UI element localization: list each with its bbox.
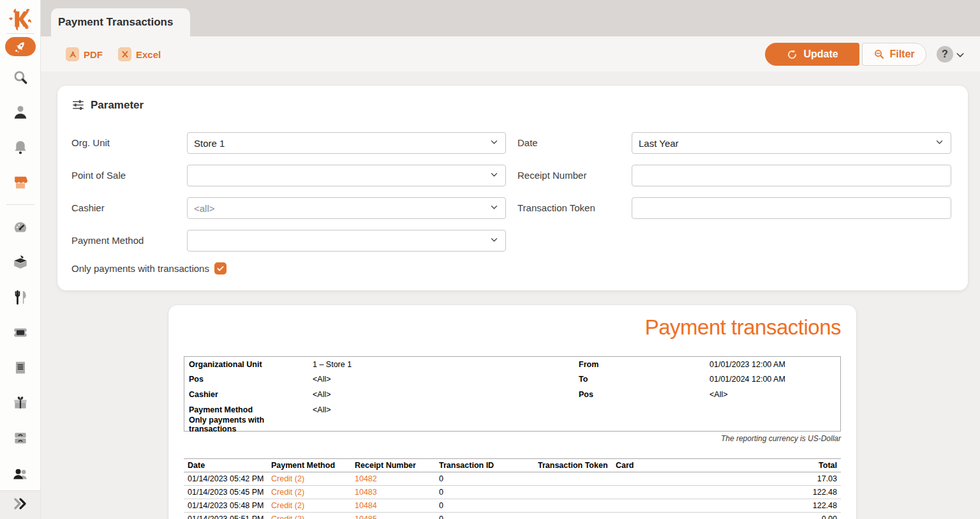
transaction-token-input[interactable] [639,203,944,214]
summary-value: <All> [313,405,331,414]
drawer-icon [12,430,29,449]
col-transaction-id: Transaction ID [439,461,538,470]
cashier-select[interactable]: <all> [187,197,506,219]
only-payments-checkbox[interactable] [214,262,226,275]
app-window: Payment Transactions PDF Excel Update Fi… [0,0,980,519]
summary-left-column: Organizational Unit 1 – Store 1 Pos <All… [189,357,565,432]
summary-label: Only payments with transactions [189,416,313,433]
sidebar-item-rocket[interactable] [5,37,36,56]
cell-date: 01/14/2023 05:45 PM [184,488,271,497]
help-icon[interactable]: ? [937,46,953,63]
summary-row: Payment Method <All> [189,402,565,417]
cashier-value: <all> [194,203,215,214]
col-total: Total [768,461,841,470]
table-header-row: Date Payment Method Receipt Number Trans… [184,458,841,472]
receipt-number-input[interactable] [639,170,944,181]
payment-method-link[interactable]: Credit (2) [271,488,355,497]
refresh-icon [786,49,798,61]
parameter-panel: Parameter Org. Unit Store 1 Point of Sal… [57,86,968,290]
parameter-title: Parameter [91,99,144,112]
receipt-number-link[interactable]: 10484 [355,501,439,510]
summary-row: Pos <All> [189,372,565,387]
export-excel-button[interactable]: Excel [118,46,161,63]
sidebar-expand-button[interactable] [0,490,40,519]
receipt-number-link[interactable]: 10483 [355,488,439,497]
sidebar-divider [6,204,34,205]
sidebar-item-store[interactable] [11,175,29,193]
summary-value: 01/01/2023 12:00 AM [709,360,785,369]
cell-total: 0.00 [768,515,841,519]
zoom-out-icon [873,49,885,60]
export-pdf-button[interactable]: PDF [66,46,103,63]
summary-label: Cashier [189,390,313,399]
chevron-down-icon [489,235,499,246]
receipt-number-link[interactable]: 10485 [355,515,439,519]
table-row: 01/14/2023 05:42 PM Credit (2) 10482 0 1… [184,472,841,486]
summary-label: Payment Method [189,405,313,414]
excel-icon [118,47,131,61]
point-of-sale-select[interactable] [187,165,506,186]
payment-method-select[interactable] [187,230,506,252]
org-unit-label: Org. Unit [71,132,110,154]
date-select[interactable]: Last Year [632,132,951,154]
summary-row: Cashier <All> [189,387,565,402]
org-unit-select[interactable]: Store 1 [187,132,506,154]
receipt-number-input-wrap [632,165,951,186]
tab-title: Payment Transactions [58,16,173,29]
summary-row: Organizational Unit 1 – Store 1 [189,357,565,372]
org-unit-value: Store 1 [194,138,225,149]
point-of-sale-label: Point of Sale [71,165,126,186]
store-icon [12,174,29,193]
update-button[interactable]: Update [765,43,859,66]
table-body: 01/14/2023 05:42 PM Credit (2) 10482 0 1… [184,472,841,519]
sidebar-item-food[interactable] [11,290,29,308]
date-label: Date [517,132,538,154]
sidebar-item-dashboard[interactable] [11,220,29,237]
payment-method-link[interactable]: Credit (2) [271,474,355,483]
sidebar-item-customers[interactable] [11,467,29,485]
filter-button[interactable]: Filter [862,43,926,66]
col-payment-method: Payment Method [271,461,355,470]
sidebar-item-ticket[interactable] [11,325,29,343]
summary-row: From 01/01/2023 12:00 AM [579,357,834,372]
excel-label: Excel [136,49,161,60]
rocket-icon [13,40,27,54]
sidebar [0,0,41,519]
col-receipt-number: Receipt Number [355,461,439,470]
cell-transaction-id: 0 [439,515,538,519]
gift-icon [12,395,29,414]
sidebar-item-gift[interactable] [11,395,29,413]
cell-date: 01/14/2023 05:42 PM [184,474,271,483]
sidebar-divider [6,33,34,34]
only-payments-row: Only payments with transactions [71,262,226,275]
summary-value: 1 – Store 1 [313,360,352,369]
sidebar-item-notifications[interactable] [11,140,29,158]
receipt-number-link[interactable]: 10482 [355,474,439,483]
sidebar-item-receipt[interactable] [11,360,29,378]
report-summary-box: Organizational Unit 1 – Store 1 Pos <All… [184,356,841,432]
cell-transaction-id: 0 [439,474,538,483]
sidebar-item-cash-drawer[interactable] [11,430,29,448]
summary-right-column: From 01/01/2023 12:00 AM To 01/01/2024 1… [579,357,834,402]
update-label: Update [803,49,838,60]
summary-value: 01/01/2024 12:00 AM [709,375,785,384]
chevron-down-icon[interactable] [955,50,965,60]
payment-method-link[interactable]: Credit (2) [271,515,355,519]
summary-row: Pos <All> [579,387,834,402]
pdf-icon [66,47,79,61]
app-logo[interactable] [6,5,34,33]
summary-label: Pos [189,375,313,384]
sidebar-item-inventory[interactable] [11,255,29,273]
transaction-token-input-wrap [632,197,951,219]
sidebar-item-user[interactable] [11,105,29,123]
payment-method-link[interactable]: Credit (2) [271,501,355,510]
cell-date: 01/14/2023 05:48 PM [184,501,271,510]
sliders-icon [71,98,85,112]
tab-payment-transactions[interactable]: Payment Transactions [51,8,190,36]
summary-label: Pos [579,390,709,399]
summary-value: <All> [313,390,331,399]
col-transaction-token: Transaction Token [538,461,616,470]
sidebar-item-search[interactable] [11,70,29,87]
col-date: Date [184,461,271,470]
chevron-down-icon [489,202,499,214]
